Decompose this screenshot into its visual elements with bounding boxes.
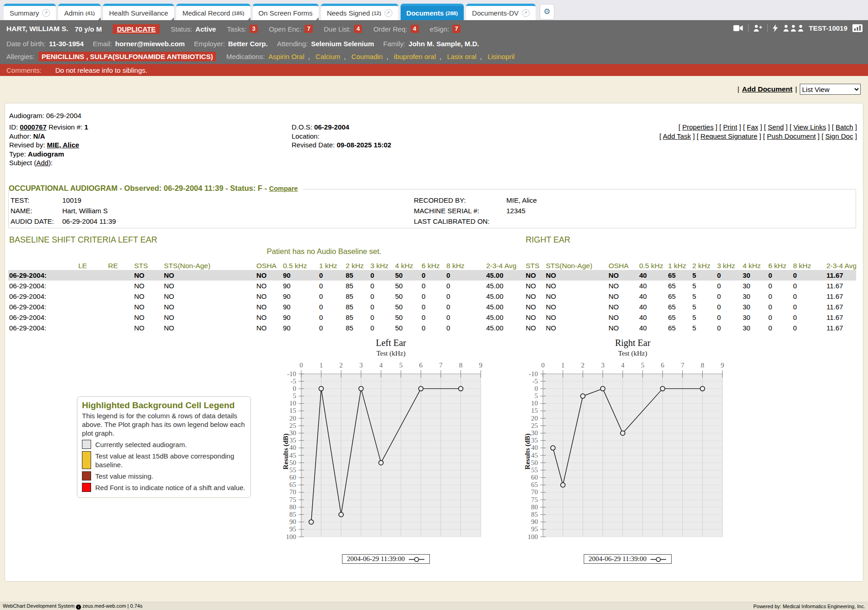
footer-left: WebChart Development Systemizeus.med-web… [3, 603, 142, 610]
tab-summary[interactable]: Summary [4, 4, 56, 20]
legend-item: Red Font is to indicate notice of a shif… [82, 483, 246, 492]
add-task-link[interactable]: Add Task [663, 132, 691, 140]
cell-date: 06-29-2004: [8, 323, 77, 333]
cell: 85 [345, 323, 369, 333]
bracket: [ [659, 132, 663, 140]
print-link[interactable]: Print [723, 123, 738, 131]
tab-documents-dv[interactable]: Documents-DV [466, 4, 536, 20]
cell: 11.67 [825, 291, 856, 302]
pair-attending: Attending:Selenium Selenium [277, 40, 374, 48]
cell: 85 [345, 291, 369, 302]
tab-needs-signed[interactable]: Needs Signed(12) [321, 4, 398, 20]
push-document-link[interactable]: Push Document [767, 132, 816, 140]
revised-by-link[interactable]: MIE, Alice [47, 141, 79, 149]
cell: NO [545, 281, 608, 291]
cell: 65 [667, 302, 691, 312]
cell: NO [608, 270, 638, 281]
cell: 50 [394, 302, 421, 312]
cell: 0 [792, 270, 825, 281]
fax-link[interactable]: Fax [747, 123, 758, 131]
tab-on-screen-forms[interactable]: On Screen Forms [253, 4, 319, 20]
table-row[interactable]: 06-29-2004:NONONO900850500045.00NONONO40… [8, 312, 856, 323]
cell: 0 [767, 270, 792, 281]
properties-link[interactable]: Properties [682, 123, 713, 131]
cell: NO [525, 281, 545, 291]
cell: 0 [318, 323, 345, 333]
audiogram-header-text: OCCUPATIONAL AUDIOGRAM - Observed: 06-29… [9, 184, 269, 192]
bracket: [ [719, 123, 723, 131]
table-row[interactable]: 06-29-2004:NONONO900850500045.00NONONO40… [8, 323, 856, 333]
request-signature-link[interactable]: Request Signature [700, 132, 757, 140]
no-baseline-message: Patient has no Audio Baseline set. [163, 245, 485, 258]
svg-text:20: 20 [531, 415, 538, 422]
sign-doc-link[interactable]: Sign Doc [825, 132, 853, 140]
send-link[interactable]: Send [768, 123, 784, 131]
svg-text:3: 3 [601, 362, 605, 369]
document-toolbar: | Add Document | List View [738, 84, 861, 95]
allergies-badge[interactable]: PENICILLINS , SULFA(SULFONAMIDE ANTIBIOT… [38, 52, 216, 61]
chart-stats-icon[interactable] [852, 24, 863, 32]
line-marker-icon [650, 556, 667, 562]
col-header-re: RE [107, 258, 133, 270]
video-call-icon[interactable] [733, 25, 743, 32]
cell: 30 [742, 281, 767, 291]
batch-link[interactable]: Batch [835, 123, 853, 131]
col-header-sts: STS [133, 258, 163, 270]
table-row[interactable]: 06-29-2004:NONONO900850500045.00NONONO40… [8, 291, 856, 302]
flag-bolt-icon[interactable] [773, 24, 778, 32]
cell-date: 06-29-2004: [8, 291, 77, 302]
duplicate-button[interactable]: DUPLICATE [113, 24, 160, 34]
tab-health-surveillance[interactable]: Health Surveillance [103, 4, 174, 20]
tab-medical-record[interactable]: Medical Record(185) [176, 4, 250, 20]
cell: 0 [421, 281, 445, 291]
compare-link[interactable]: Compare [269, 185, 298, 192]
gear-icon[interactable] [540, 4, 554, 20]
esign-label: eSign: [430, 25, 450, 33]
open-enc-badge[interactable]: 7 [304, 25, 313, 33]
attending-label: Attending: [277, 40, 308, 48]
subject-add-link[interactable]: Add [36, 159, 49, 167]
tab-count: (288) [445, 11, 458, 16]
view-links-link[interactable]: View Links [793, 123, 826, 131]
svg-text:9: 9 [479, 362, 483, 369]
tasks-badge[interactable]: 3 [250, 25, 258, 33]
tab-admin[interactable]: Admin(41) [58, 4, 101, 20]
esign-badge[interactable]: 7 [452, 25, 461, 33]
svg-text:4: 4 [621, 362, 624, 369]
audio-date-label: AUDIO DATE: [11, 216, 54, 227]
family-value: John M. Sample, M.D. [408, 40, 479, 48]
order-req-label: Order Req: [373, 25, 407, 33]
due-list-badge[interactable]: 4 [354, 25, 362, 33]
document-id-link[interactable]: 0000767 [20, 123, 46, 131]
cell-legend-title: Highlighted Background Cell Legend [82, 400, 246, 410]
table-row[interactable]: 06-29-2004:NONONO900850500045.00NONONO40… [8, 281, 856, 291]
cell: 40 [638, 302, 667, 312]
cell: 45.00 [485, 302, 516, 312]
pair-open-enc: Open Enc:7 [269, 25, 313, 33]
col-header-right-8-khz: 8 kHz [792, 258, 825, 270]
footer-host[interactable]: zeus.med-web.com [82, 603, 126, 609]
subject-label: Subject ( [9, 159, 36, 167]
legend-text: Currently selected audiogram. [95, 440, 187, 449]
separator [748, 24, 749, 32]
add-document-link[interactable]: Add Document [742, 85, 792, 93]
cell: 0 [445, 281, 485, 291]
patients-icon[interactable] [783, 25, 804, 32]
svg-text:-10: -10 [287, 370, 296, 378]
cell: 0 [318, 281, 345, 291]
col-header-4-khz: 4 kHz [394, 258, 421, 270]
table-row[interactable]: 06-29-2004:NONONO900850500045.00NONONO40… [8, 302, 856, 312]
order-req-badge[interactable]: 4 [411, 25, 419, 33]
pair-order-req: Order Req:4 [373, 25, 418, 33]
svg-text:45: 45 [531, 452, 538, 459]
svg-text:55: 55 [289, 466, 296, 474]
revised-by-label: Revised by: [9, 141, 45, 149]
cell: 11.67 [825, 323, 856, 333]
cell: 85 [345, 312, 369, 323]
tab-documents[interactable]: Documents(288) [401, 4, 464, 20]
view-select[interactable]: List View [800, 84, 861, 95]
table-row[interactable]: 06-29-2004:NONONO900850500045.00NONONO40… [8, 270, 856, 281]
email-label: Email: [93, 40, 112, 48]
add-person-icon[interactable] [754, 25, 762, 32]
cell: 90 [282, 312, 318, 323]
